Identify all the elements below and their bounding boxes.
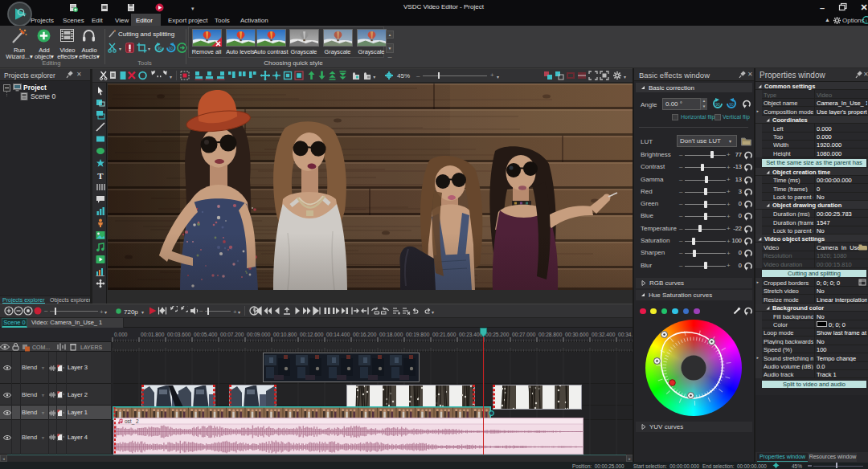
svg-text:i: i — [866, 18, 867, 24]
svg-text:00:05.400: 00:05.400 — [194, 332, 218, 337]
svg-text:00:18.000: 00:18.000 — [379, 332, 403, 337]
svg-text:90: 90 — [169, 47, 174, 51]
svg-text:LAYERS: LAYERS — [80, 345, 102, 350]
svg-text:T: T — [97, 171, 104, 181]
svg-text:0.000: 0.000 — [114, 332, 128, 337]
svg-text:00:27.000: 00:27.000 — [512, 332, 536, 337]
svg-text:90: 90 — [715, 102, 720, 107]
svg-text:90: 90 — [158, 47, 162, 51]
svg-text:COM...: COM... — [32, 345, 50, 350]
svg-text:00:25.200: 00:25.200 — [485, 332, 510, 337]
svg-text:00:28.800: 00:28.800 — [538, 332, 563, 337]
svg-text:00:21.600: 00:21.600 — [432, 332, 457, 337]
svg-text:00:34.200: 00:34.200 — [618, 332, 634, 337]
svg-text:90: 90 — [729, 102, 734, 107]
svg-text:00:03.600: 00:03.600 — [167, 332, 191, 337]
svg-text:00:30.600: 00:30.600 — [565, 332, 589, 337]
svg-text:00:14.400: 00:14.400 — [326, 332, 350, 337]
svg-text:00:09.000: 00:09.000 — [247, 332, 271, 337]
svg-text:ost_ 2: ost_ 2 — [125, 418, 139, 425]
svg-text:00:19.800: 00:19.800 — [406, 332, 430, 337]
svg-text:00:32.400: 00:32.400 — [592, 332, 616, 337]
svg-text:00:12.600: 00:12.600 — [300, 332, 324, 337]
svg-text:00:10.800: 00:10.800 — [273, 332, 297, 337]
svg-text:00:01.800: 00:01.800 — [141, 332, 165, 337]
svg-text:00:07.200: 00:07.200 — [220, 332, 244, 337]
svg-text:00:16.200: 00:16.200 — [353, 332, 377, 337]
